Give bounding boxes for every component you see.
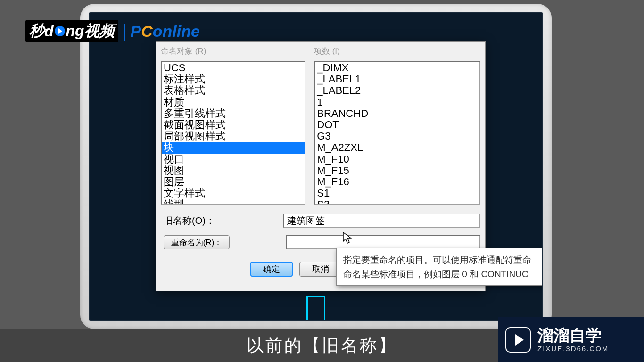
new-name-input[interactable] — [286, 235, 480, 249]
list-item[interactable]: UCS — [162, 62, 305, 74]
play-icon — [55, 26, 65, 36]
play-icon — [505, 327, 531, 353]
list-item[interactable]: 截面视图样式 — [162, 119, 305, 131]
list-item[interactable]: DOT — [315, 119, 479, 131]
list-item[interactable]: _LABEL1 — [315, 74, 479, 85]
right-list-header: 项数 (I) — [314, 46, 480, 57]
list-item[interactable]: M_F16 — [315, 176, 479, 188]
list-item[interactable]: 文字样式 — [162, 188, 305, 199]
list-item[interactable]: M_F15 — [315, 165, 479, 176]
list-item[interactable]: _LABEL2 — [315, 85, 479, 96]
list-item[interactable]: 块 — [162, 142, 305, 153]
old-name-input[interactable] — [283, 214, 480, 228]
items-list[interactable]: _DIMX_LABEL1_LABEL21BRANCHDDOTG3M_A2ZXLM… — [314, 61, 480, 205]
list-item[interactable]: 标注样式 — [162, 74, 305, 85]
named-objects-list[interactable]: UCS标注样式表格样式材质多重引线样式截面视图样式局部视图样式块视口视图图层文字… — [161, 61, 305, 205]
list-item[interactable]: 线型 — [162, 199, 305, 205]
laptop-frame: 命名对象 (R) 项数 (I) UCS标注样式表格样式材质多重引线样式截面视图样… — [80, 4, 552, 329]
list-item[interactable]: 多重引线样式 — [162, 108, 305, 119]
ok-button[interactable]: 确定 — [250, 262, 293, 277]
list-item[interactable]: S3 — [315, 199, 479, 205]
list-item[interactable]: 材质 — [162, 97, 305, 108]
old-name-label: 旧名称(O)： — [161, 214, 279, 227]
list-item[interactable]: 视口 — [162, 154, 305, 165]
list-item[interactable]: 图层 — [162, 176, 305, 188]
left-list-header: 命名对象 (R) — [161, 46, 305, 57]
brand-watermark: 溜溜自学 ZIXUE.3D66.COM — [498, 317, 644, 362]
brand-url: ZIXUE.3D66.COM — [537, 345, 609, 353]
list-item[interactable]: 1 — [315, 97, 479, 108]
logo-miaodong: 秒dng视频 — [25, 20, 118, 42]
list-item[interactable]: G3 — [315, 131, 479, 142]
list-item[interactable]: 视图 — [162, 165, 305, 176]
list-item[interactable]: S1 — [315, 188, 479, 199]
list-item[interactable]: _DIMX — [315, 62, 479, 74]
list-item[interactable]: M_F10 — [315, 154, 479, 165]
list-item[interactable]: BRANCHD — [315, 108, 479, 119]
tooltip-line2: 命名某些标准项目，例如图层 0 和 CONTINUO — [343, 267, 543, 281]
logo-pconline: PConline — [131, 22, 200, 41]
cancel-button[interactable]: 取消 — [299, 262, 342, 277]
watermark-logos: 秒dng视频 | PConline — [25, 20, 200, 42]
laptop-screen: 命名对象 (R) 项数 (I) UCS标注样式表格样式材质多重引线样式截面视图样… — [89, 12, 543, 321]
tooltip-line1: 指定要重命名的项目。可以使用标准通配符重命 — [343, 253, 543, 267]
list-headers: 命名对象 (R) 项数 (I) — [156, 42, 485, 57]
brand-title: 溜溜自学 — [537, 327, 609, 344]
screen-notch-accent — [306, 296, 325, 320]
list-item[interactable]: M_A2ZXL — [315, 142, 479, 153]
rename-to-button[interactable]: 重命名为(R)： — [164, 235, 230, 249]
tooltip: 指定要重命名的项目。可以使用标准通配符重命 命名某些标准项目，例如图层 0 和 … — [336, 248, 543, 286]
list-item[interactable]: 表格样式 — [162, 85, 305, 96]
list-item[interactable]: 局部视图样式 — [162, 131, 305, 142]
logo-separator: | — [122, 21, 127, 41]
